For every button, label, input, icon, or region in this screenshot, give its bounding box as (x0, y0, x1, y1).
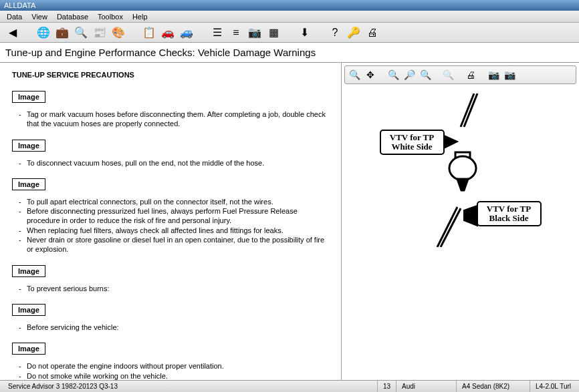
image-button-3[interactable]: Image (12, 178, 45, 190)
status-model: A4 Sedan (8K2) (456, 381, 530, 392)
zoom-in-icon[interactable]: 🔍 (348, 68, 361, 81)
list-item: Tag or mark vacuum hoses before disconne… (19, 110, 329, 129)
window-title: ALLDATA (4, 1, 35, 9)
list-item: When replacing fuel filters, always chec… (19, 226, 329, 235)
help-icon[interactable]: ? (328, 25, 342, 40)
image-button-5[interactable]: Image (12, 304, 45, 316)
svg-point-2 (449, 156, 476, 180)
list-item: Before servicing the vehicle: (19, 323, 329, 332)
key-icon[interactable]: 🔑 (346, 25, 361, 40)
image-button-2[interactable]: Image (12, 140, 45, 152)
zoom-reset-icon[interactable]: 🔍 (419, 68, 432, 81)
list-item: To pull apart electrical connectors, pul… (19, 197, 329, 206)
main-toolbar: ◀ 🌐 💼 🔍 📰 🎨 📋 🚗 🚙 ☰ ≡ 📷 ▦ ⬇ ? 🔑 🖨 (0, 23, 579, 43)
lines-icon[interactable]: ≡ (229, 25, 243, 40)
menu-view[interactable]: View (27, 12, 51, 21)
globe-icon[interactable]: 🌐 (36, 25, 51, 40)
zoom-out-icon: 🔍 (441, 68, 455, 81)
briefcase-icon[interactable]: 💼 (55, 25, 70, 40)
diagram-label-bottom: VTV for TPBlack Side (486, 204, 531, 223)
image-button-4[interactable]: Image (12, 265, 45, 277)
heading-text: Tune-up and Engine Performance Checks: V… (5, 47, 316, 58)
print-image-icon[interactable]: 🖨 (464, 68, 477, 81)
status-engine: L4-2.0L Turl (530, 381, 576, 392)
new-icon[interactable]: 📰 (92, 25, 107, 40)
new-car-icon[interactable]: 🚗 (160, 25, 175, 40)
vtv-diagram: VTV for TPWhite Side VTV for TPBlack Sid… (374, 93, 548, 247)
status-bar: Service Advisor 3 1982-20123 Q3-13 13 Au… (0, 380, 579, 392)
list-item: Never drain or store gasoline or diesel … (19, 235, 329, 254)
list-item: To disconnect vacuum hoses, pull on the … (19, 158, 329, 168)
zoom-tool-icon[interactable]: 🔍 (386, 68, 400, 81)
window-titlebar: ALLDATA (0, 0, 579, 11)
search-icon[interactable]: 🔍 (74, 25, 88, 40)
list-icon[interactable]: ☰ (210, 25, 225, 40)
content-panel: TUNE-UP SERVICE PRECAUTIONS Image Tag or… (0, 63, 342, 380)
clipboard-icon[interactable]: 📋 (142, 25, 156, 40)
fit-icon[interactable]: ✥ (364, 68, 377, 81)
car-icon[interactable]: 🚙 (179, 25, 194, 40)
image-panel: 🔍 ✥ 🔍 🔎 🔍 🔍 🖨 📷 📷 (342, 63, 579, 380)
status-page: 13 (377, 381, 396, 392)
back-icon[interactable]: ◀ (5, 25, 20, 40)
grid-icon[interactable]: ▦ (266, 25, 281, 40)
download-icon[interactable]: ⬇ (297, 25, 312, 40)
list-item: Do not operate the engine indoors withou… (19, 361, 329, 371)
camera-icon[interactable]: 📷 (247, 25, 262, 40)
menu-database[interactable]: Database (53, 12, 92, 21)
camera1-icon[interactable]: 📷 (487, 68, 500, 81)
content-title: TUNE-UP SERVICE PRECAUTIONS (12, 71, 329, 79)
list-item: Do not smoke while working on the vehicl… (19, 371, 329, 380)
print-icon[interactable]: 🖨 (365, 25, 380, 40)
paint-icon[interactable]: 🎨 (111, 25, 126, 40)
camera2-icon[interactable]: 📷 (503, 68, 516, 81)
menu-help[interactable]: Help (128, 12, 152, 21)
status-version: Service Advisor 3 1982-20123 Q3-13 (3, 381, 123, 392)
diagram-label-top: VTV for TPWhite Side (389, 132, 434, 152)
menu-toolbox[interactable]: Toolbox (94, 12, 127, 21)
menu-data[interactable]: Data (3, 12, 26, 21)
image-button-6[interactable]: Image (12, 343, 45, 355)
list-item: Before disconnecting pressurized fuel li… (19, 206, 329, 226)
list-item: To prevent serious burns: (19, 284, 329, 293)
image-button-1[interactable]: Image (12, 91, 45, 103)
image-toolbar: 🔍 ✥ 🔍 🔎 🔍 🔍 🖨 📷 📷 (344, 65, 576, 84)
diagram-area: VTV for TPWhite Side VTV for TPBlack Sid… (342, 87, 579, 380)
status-make: Audi (396, 381, 456, 392)
page-heading: Tune-up and Engine Performance Checks: V… (0, 43, 579, 63)
zoom-area-icon[interactable]: 🔎 (402, 68, 416, 81)
menu-bar: Data View Database Toolbox Help (0, 11, 579, 23)
